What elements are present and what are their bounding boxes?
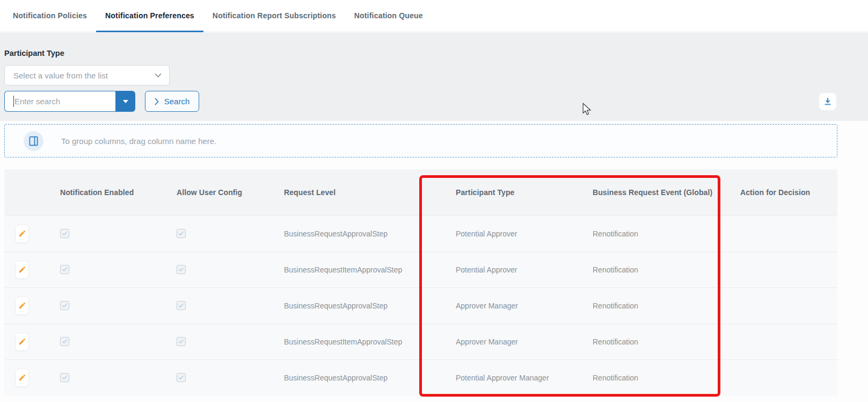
edit-row-button[interactable] [15,225,29,243]
column-header-business-request-event[interactable]: Business Request Event (Global) [590,169,738,216]
column-header-notification-enabled[interactable]: Notification Enabled [58,169,174,216]
table-row: BusinessRequestItemApprovalStep Approver… [4,324,837,360]
allow-user-config-cell [174,288,282,324]
notification-enabled-cell [58,288,174,324]
action-for-decision-cell [738,252,837,288]
business-request-event-cell: Renotification [590,324,738,360]
pencil-icon [18,374,26,382]
allow-user-config-cell [174,360,282,396]
edit-row-button[interactable] [15,333,29,351]
text-caret [13,96,14,107]
notification-enabled-checkbox [60,229,69,238]
business-request-event-cell: Renotification [590,252,738,288]
search-input[interactable] [4,91,115,112]
allow-user-config-cell [174,216,282,252]
column-header-edit [4,169,58,216]
tab-notification-policies[interactable]: Notification Policies [4,0,96,32]
action-for-decision-cell [738,288,837,324]
content-section: To group columns, drag column name here.… [0,121,868,402]
allow-user-config-checkbox [177,229,186,238]
allow-user-config-checkbox [177,337,186,346]
search-button-label: Search [164,97,190,106]
pencil-icon [18,302,26,310]
request-level-cell: BusinessRequestApprovalStep [282,288,454,324]
participant-type-select[interactable]: Select a value from the list [4,65,170,85]
allow-user-config-cell [174,252,282,288]
table-row: BusinessRequestItemApprovalStep Potentia… [4,252,837,288]
request-level-cell: BusinessRequestItemApprovalStep [282,324,454,360]
chevron-right-icon [155,98,159,105]
edit-cell [4,288,58,324]
allow-user-config-checkbox [177,373,186,382]
request-level-cell: BusinessRequestApprovalStep [282,360,454,396]
notification-enabled-cell [58,216,174,252]
notification-enabled-checkbox [60,373,69,382]
participant-type-cell: Potential Approver [454,216,590,252]
table-header: Notification Enabled Allow User Config R… [4,169,837,216]
group-columns-hint: To group columns, drag column name here. [61,137,216,146]
preferences-table: Notification Enabled Allow User Config R… [4,169,837,396]
notification-enabled-cell [58,360,174,396]
tab-notification-report-subscriptions[interactable]: Notification Report Subscriptions [203,0,345,32]
action-for-decision-cell [738,216,837,252]
search-dropdown-button[interactable] [115,91,135,112]
triangle-down-icon [123,100,128,103]
search-combo [4,91,135,112]
notification-enabled-cell [58,252,174,288]
chevron-down-icon [155,73,162,78]
pencil-icon [18,338,26,346]
business-request-event-cell: Renotification [590,288,738,324]
column-header-participant-type[interactable]: Participant Type [454,169,590,216]
business-request-event-cell: Renotification [590,216,738,252]
edit-row-button[interactable] [15,369,29,387]
notification-enabled-checkbox [60,301,69,310]
participant-type-cell: Approver Manager [454,324,590,360]
edit-cell [4,216,58,252]
table-row: BusinessRequestApprovalStep Potential Ap… [4,216,837,252]
pencil-icon [18,229,26,238]
notification-enabled-checkbox [60,337,69,346]
notification-enabled-cell [58,324,174,360]
table-row: BusinessRequestApprovalStep Potential Ap… [4,360,837,396]
edit-row-button[interactable] [15,261,29,279]
column-header-request-level[interactable]: Request Level [282,169,454,216]
filter-section: Participant Type Select a value from the… [0,33,868,121]
participant-type-cell: Potential Approver Manager [454,360,590,396]
table-row: BusinessRequestApprovalStep Approver Man… [4,288,837,324]
select-placeholder: Select a value from the list [13,71,155,80]
edit-cell [4,360,58,396]
download-icon [823,97,833,106]
allow-user-config-checkbox [177,265,186,274]
edit-cell [4,252,58,288]
edit-row-button[interactable] [15,297,29,315]
participant-type-label: Participant Type [4,49,64,58]
search-button[interactable]: Search [145,91,199,112]
tab-bar: Notification Policies Notification Prefe… [0,0,868,32]
allow-user-config-cell [174,324,282,360]
participant-type-cell: Potential Approver [454,252,590,288]
table-body: BusinessRequestApprovalStep Potential Ap… [4,216,837,396]
columns-icon [24,131,43,151]
column-header-action-for-decision[interactable]: Action for Decision [738,169,837,216]
download-button[interactable] [819,93,836,110]
tab-notification-preferences[interactable]: Notification Preferences [96,0,203,32]
request-level-cell: BusinessRequestItemApprovalStep [282,252,454,288]
request-level-cell: BusinessRequestApprovalStep [282,216,454,252]
allow-user-config-checkbox [177,301,186,310]
action-for-decision-cell [738,360,837,396]
business-request-event-cell: Renotification [590,360,738,396]
action-for-decision-cell [738,324,837,360]
pencil-icon [18,265,26,274]
group-columns-dropzone[interactable]: To group columns, drag column name here. [4,124,837,157]
participant-type-cell: Approver Manager [454,288,590,324]
column-header-allow-user-config[interactable]: Allow User Config [174,169,282,216]
notification-enabled-checkbox [60,265,69,274]
tab-notification-queue[interactable]: Notification Queue [345,0,432,32]
edit-cell [4,324,58,360]
